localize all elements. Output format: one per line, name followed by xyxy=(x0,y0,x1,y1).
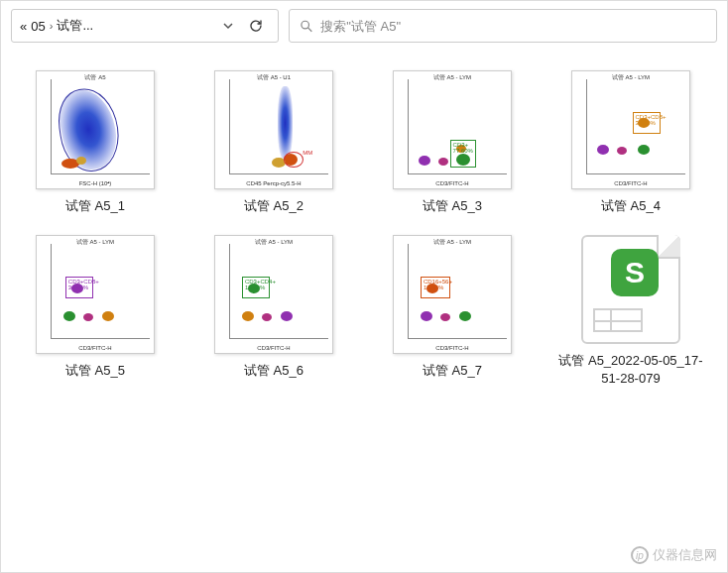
toolbar: « 05 › 试管... xyxy=(1,1,727,51)
file-item[interactable]: 试管 A5 FSC-H (10⁴) 试管 A5_1 xyxy=(11,70,180,215)
plot-xlabel: CD45 Percp-cy5.5-H xyxy=(215,180,332,186)
spreadsheet-icon: S xyxy=(581,235,680,344)
gate-label: CD3+ 77.60% xyxy=(450,140,476,168)
plot-xlabel: CD3/FITC-H xyxy=(394,180,511,186)
gate-label: CD16+56+ 17.58% xyxy=(421,277,450,298)
file-name: 试管 A5_7 xyxy=(423,362,482,380)
gate-label: CD3+CD8+ 30.20% xyxy=(633,112,661,134)
plot-xlabel: CD3/FITC-H xyxy=(572,180,689,186)
file-item[interactable]: 试管 A5 - LYM CD3+CD8+ 30.20% CD3/FITC-H 试… xyxy=(546,70,715,215)
file-item[interactable]: 试管 A5 - LYM CD3+ 77.60% CD3/FITC-H 试管 A5… xyxy=(368,70,537,215)
thumbnail-scatter-plot: 试管 A5 - LYM CD3+CD8+ 30.64% CD3/FITC-H xyxy=(36,235,155,354)
gate-label: MM xyxy=(301,149,314,157)
watermark-text: 仪器信息网 xyxy=(653,546,717,564)
gate-label: CD3+CD8+ 30.64% xyxy=(65,277,93,298)
address-bar[interactable]: « 05 › 试管... xyxy=(11,9,279,43)
file-grid: 试管 A5 FSC-H (10⁴) 试管 A5_1 试管 A5 - U1 MM … xyxy=(1,51,727,408)
plot-xlabel: FSC-H (10⁴) xyxy=(37,179,154,186)
file-item[interactable]: 试管 A5 - LYM CD3+CD4+ 12.22% CD3/FITC-H 试… xyxy=(189,235,358,388)
svg-line-1 xyxy=(308,28,312,32)
file-name: 试管 A5_3 xyxy=(423,197,482,215)
file-item[interactable]: 试管 A5 - U1 MM CD45 Percp-cy5.5-H 试管 A5_2 xyxy=(189,70,358,215)
breadcrumb[interactable]: « 05 › 试管... xyxy=(20,17,214,35)
file-name: 试管 A5_5 xyxy=(65,362,125,380)
plot-xlabel: CD3/FITC-H xyxy=(37,345,154,351)
breadcrumb-current[interactable]: 试管... xyxy=(57,17,93,35)
thumbnail-scatter-plot: 试管 A5 - U1 MM CD45 Percp-cy5.5-H xyxy=(214,70,333,189)
gate-label: CD3+CD4+ 12.22% xyxy=(242,277,270,298)
file-item[interactable]: S 试管 A5_2022-05-05_17-51-28-079 xyxy=(546,235,715,388)
refresh-button[interactable] xyxy=(242,12,270,40)
thumbnail-scatter-plot: 试管 A5 - LYM CD3+CD4+ 12.22% CD3/FITC-H xyxy=(214,235,333,354)
plot-xlabel: CD3/FITC-H xyxy=(215,345,332,351)
thumbnail-scatter-plot: 试管 A5 - LYM CD16+56+ 17.58% CD3/FITC-H xyxy=(393,235,512,354)
plot-xlabel: CD3/FITC-H xyxy=(394,345,511,351)
thumbnail-scatter-plot: 试管 A5 FSC-H (10⁴) xyxy=(36,70,155,189)
file-item[interactable]: 试管 A5 - LYM CD16+56+ 17.58% CD3/FITC-H 试… xyxy=(368,235,537,388)
history-overflow[interactable]: « xyxy=(20,19,27,34)
watermark: ip 仪器信息网 xyxy=(631,546,717,564)
thumbnail-scatter-plot: 试管 A5 - LYM CD3+CD8+ 30.20% CD3/FITC-H xyxy=(571,70,690,189)
file-name: 试管 A5_1 xyxy=(65,197,125,215)
search-box[interactable] xyxy=(289,9,717,43)
search-input[interactable] xyxy=(320,19,706,34)
watermark-logo-icon: ip xyxy=(631,546,649,564)
chevron-down-icon xyxy=(222,20,234,32)
chevron-right-icon: › xyxy=(50,20,54,32)
refresh-icon xyxy=(249,19,263,33)
file-name: 试管 A5_6 xyxy=(244,362,303,380)
svg-point-0 xyxy=(302,21,309,29)
recent-locations-dropdown[interactable] xyxy=(214,12,242,40)
thumbnail-scatter-plot: 试管 A5 - LYM CD3+ 77.60% CD3/FITC-H xyxy=(393,70,512,189)
search-icon xyxy=(300,19,312,33)
breadcrumb-parent[interactable]: 05 xyxy=(31,19,45,34)
file-name: 试管 A5_2022-05-05_17-51-28-079 xyxy=(556,352,705,388)
file-name: 试管 A5_4 xyxy=(601,197,661,215)
file-item[interactable]: 试管 A5 - LYM CD3+CD8+ 30.64% CD3/FITC-H 试… xyxy=(11,235,180,388)
file-name: 试管 A5_2 xyxy=(244,197,303,215)
